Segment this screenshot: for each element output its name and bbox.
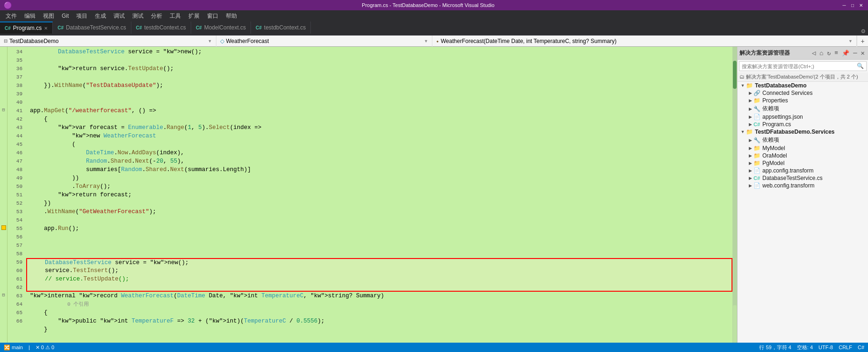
code-line-60[interactable]: service.TestInsert(); (26, 266, 732, 275)
line-num-55: 55 (11, 224, 22, 233)
menu-item-帮助[interactable]: 帮助 (222, 10, 241, 22)
tree-item-6[interactable]: ▼📁TestDFatabaseDemo.Services (738, 128, 868, 136)
tab-0[interactable]: C#Program.cs✕ (0, 22, 53, 34)
code-line-62[interactable] (26, 283, 732, 292)
margin-48 (0, 165, 7, 173)
code-line-43[interactable]: "kw">var forecast = Enumerable.Range(1, … (26, 123, 732, 132)
menu-item-窗口[interactable]: 窗口 (203, 10, 222, 22)
code-line-46[interactable]: DateTime.Now.AddDays(index), (26, 149, 732, 157)
close-button[interactable]: ✕ (858, 2, 864, 8)
maximize-button[interactable]: □ (849, 2, 856, 8)
menu-item-测试[interactable]: 测试 (129, 10, 147, 22)
menu-item-视图[interactable]: 视图 (39, 10, 58, 22)
code-line-48[interactable]: summaries[Random.Shared.Next(summaries.L… (26, 165, 732, 174)
scroll-indicator[interactable] (732, 47, 737, 343)
code-line-51[interactable]: "kw">return forecast; (26, 191, 732, 199)
solution-label: 🗂 解决方案'TestDatabaseDemo'(2 个项目，共 2 个) (738, 72, 868, 82)
tree-item-8[interactable]: ▶📁MyModel (738, 144, 868, 152)
status-errors[interactable]: ✕ 0 ⚠ 0 (36, 345, 54, 351)
tree-item-1[interactable]: ▶🔗Connected Services (738, 89, 868, 97)
tree-item-12[interactable]: ▶C#DatabaseTestService.cs (738, 174, 868, 182)
line-num-45: 45 (11, 140, 22, 149)
scroll-thumb[interactable] (733, 61, 737, 89)
sidebar-search-icon[interactable]: 🔍 (857, 63, 864, 70)
status-branch[interactable]: 🔀 main (4, 345, 23, 351)
tree-item-0[interactable]: ▼📁TestDatabaseDemo (738, 82, 868, 89)
tree-item-7[interactable]: ▶🔧依赖项 (738, 136, 868, 144)
tab-close-0[interactable]: ✕ (44, 26, 48, 31)
left-margin: ⊟⊟ (0, 47, 7, 343)
code-line-54[interactable] (26, 216, 732, 224)
menu-item-文件[interactable]: 文件 (2, 10, 21, 22)
code-line-64[interactable]: { (26, 309, 732, 317)
code-line-35[interactable] (26, 56, 732, 65)
tab-label-0: Program.cs (13, 25, 42, 31)
code-line-63[interactable]: "kw">internal "kw">record WeatherForecas… (26, 292, 732, 300)
code-line-58[interactable] (26, 250, 732, 258)
menu-item-分析[interactable]: 分析 (147, 10, 166, 22)
code-line-44[interactable]: "kw">new WeatherForecast (26, 132, 732, 140)
sidebar-btn-refresh[interactable]: ↻ (826, 50, 832, 57)
code-line-61[interactable]: // service.TestUpdate(); (26, 275, 732, 283)
sidebar-btn-options[interactable]: ≡ (833, 50, 839, 57)
tree-item-9[interactable]: ▶📁OraModel (738, 152, 868, 159)
code-line-50[interactable]: .ToArray(); (26, 182, 732, 191)
code-line-45[interactable]: ( (26, 140, 732, 149)
line-num-43: 43 (11, 123, 22, 132)
code-line-49[interactable]: )) (26, 174, 732, 182)
tree-item-3[interactable]: ▶🔧依赖项 (738, 104, 868, 113)
tree-label-8: MyModel (762, 145, 868, 151)
code-content[interactable]: DatabaseTestService service = "kw">new()… (26, 47, 732, 343)
code-line-37[interactable] (26, 73, 732, 81)
tab-2[interactable]: C#testdbContext.cs (131, 22, 191, 34)
menu-item-编辑[interactable]: 编辑 (21, 10, 39, 22)
tree-item-13[interactable]: ▶📄web.config.transform (738, 182, 868, 189)
code-line-36[interactable]: "kw">return service.TestUpdate(); (26, 65, 732, 73)
tree-item-5[interactable]: ▶C#Program.cs (738, 121, 868, 128)
breadcrumb-segment-1[interactable]: ⊟ TestDatabaseDemo ▼ (0, 36, 216, 47)
code-line-57[interactable] (26, 241, 732, 250)
code-line-56[interactable] (26, 233, 732, 241)
code-line-52[interactable]: }) (26, 199, 732, 208)
sidebar-close-btn[interactable]: ✕ (860, 49, 866, 57)
sidebar-minimize-btn[interactable]: ─ (852, 50, 858, 57)
menu-item-项目[interactable]: 项目 (72, 10, 91, 22)
tab-3[interactable]: C#ModelContext.cs (191, 22, 251, 34)
menu-item-调试[interactable]: 调试 (110, 10, 129, 22)
minimize-button[interactable]: ─ (841, 2, 847, 8)
breadcrumb-add-btn[interactable]: + (857, 36, 868, 47)
code-line-59[interactable]: DatabaseTestService service = "kw">new()… (26, 258, 732, 266)
menu-item-生成[interactable]: 生成 (91, 10, 110, 22)
code-line-55[interactable]: app.Run(); (26, 224, 732, 233)
tree-item-11[interactable]: ▶📄app.config.transform (738, 167, 868, 174)
code-line-34[interactable]: DatabaseTestService service = "kw">new()… (26, 48, 732, 56)
sidebar-btn-home[interactable]: ⌂ (818, 50, 825, 57)
tab-settings-btn[interactable]: ⚙ (861, 27, 865, 35)
menu-item-Git[interactable]: Git (58, 10, 72, 22)
tree-item-2[interactable]: ▶📁Properties (738, 97, 868, 104)
breadcrumb-segment-2[interactable]: ◇ WeatherForecast ▼ (216, 36, 433, 47)
code-line-39[interactable] (26, 90, 732, 98)
status-lang[interactable]: C# (858, 345, 864, 350)
tree-item-10[interactable]: ▶📁PgModel (738, 159, 868, 167)
code-container[interactable]: ⊟⊟ 3435363738394041424344454647484950515… (0, 47, 737, 343)
code-line-47[interactable]: Random.Shared.Next(-20, 55), (26, 157, 732, 165)
sidebar-pin-btn[interactable]: 📌 (840, 50, 851, 57)
tab-4[interactable]: C#testdbContext.cs (251, 22, 311, 34)
tree-item-4[interactable]: ▶📄appsettings.json (738, 113, 868, 121)
code-line-65[interactable]: "kw">public "kw">int TemperatureF => 32 … (26, 317, 732, 325)
code-line-42[interactable]: { (26, 115, 732, 123)
sidebar-search-box[interactable]: 🔍 (739, 61, 867, 71)
tab-1[interactable]: C#DatabaseTestService.cs (53, 22, 131, 34)
code-line-40[interactable] (26, 98, 732, 107)
menu-item-扩展[interactable]: 扩展 (185, 10, 203, 22)
line-num-57: 57 (11, 241, 22, 250)
sidebar-btn-back[interactable]: ◁ (811, 49, 817, 57)
menu-item-工具[interactable]: 工具 (166, 10, 185, 22)
code-line-53[interactable]: .WithName("GetWeatherForecast"); (26, 208, 732, 216)
code-line-38[interactable]: }).WithName("TestDatabaseUpdate"); (26, 81, 732, 90)
code-line-41[interactable]: app.MapGet("/weatherforecast", () => (26, 107, 732, 115)
breadcrumb-segment-3[interactable]: ⬥ WeatherForecast(DateTime Date, int Tem… (432, 36, 857, 47)
code-line-66[interactable]: } (26, 325, 732, 334)
sidebar-search-input[interactable] (742, 64, 857, 69)
